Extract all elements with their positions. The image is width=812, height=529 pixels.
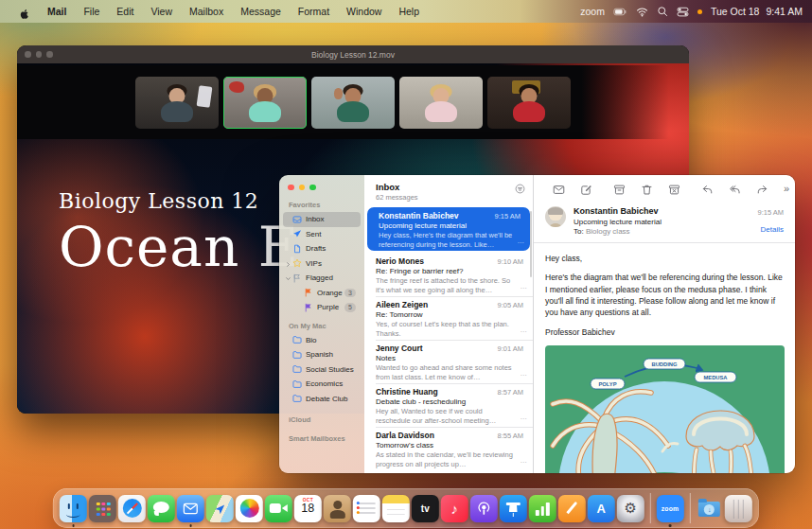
menu-edit[interactable]: Edit (108, 0, 142, 23)
dock-mail[interactable] (177, 495, 204, 522)
menu-format[interactable]: Format (290, 0, 338, 23)
dock-numbers[interactable] (529, 495, 556, 522)
participant-tile-3[interactable] (311, 77, 395, 129)
dock-downloads[interactable]: ↓ (696, 495, 723, 522)
calendar-day: 18 (301, 502, 314, 515)
email-preview: Hey all, Wanted to see if we could resch… (376, 407, 523, 426)
reply-icon[interactable] (694, 184, 721, 196)
email-sender: Konstantin Babichev (379, 211, 459, 220)
dock-system-settings[interactable]: ⚙ (617, 495, 644, 522)
sidebar-item-debate-club[interactable]: Debate Club (283, 392, 361, 407)
sidebar-item-vips[interactable]: VIPs (283, 256, 361, 272)
menu-file[interactable]: File (75, 0, 108, 23)
email-list-item[interactable]: Darla Davidson8:55 AM Tomorrow's class A… (364, 427, 533, 470)
dock-contacts[interactable] (324, 495, 351, 522)
battery-icon[interactable] (613, 5, 627, 19)
truncation-ellipsis: … (521, 413, 528, 421)
sidebar-item-label: Social Studies (306, 365, 354, 374)
jellyfish-lifecycle-diagram[interactable]: POLYP BUDDING MEDUSA (545, 345, 785, 473)
participant-tile-5[interactable] (487, 77, 571, 129)
dock-trash[interactable] (725, 495, 752, 522)
compose-icon[interactable] (573, 184, 600, 196)
email-list-item[interactable]: Nerio Mones9:10 AM Re: Fringe or barrier… (364, 253, 533, 296)
menu-window[interactable]: Window (338, 0, 390, 23)
close-button[interactable] (288, 185, 294, 191)
close-button[interactable] (25, 51, 31, 58)
participant-tile-4[interactable] (399, 77, 483, 129)
dock-launchpad[interactable] (89, 495, 116, 522)
menu-app-name[interactable]: Mail (39, 0, 75, 23)
menu-help[interactable]: Help (390, 0, 428, 23)
message-time: 9:15 AM (757, 208, 784, 217)
dock-pages[interactable] (558, 495, 586, 522)
email-list-item[interactable]: Aileen Zeigen9:05 AM Re: Tomorrow Yes, o… (364, 296, 533, 340)
dock-facetime[interactable] (265, 495, 292, 522)
email-list-item[interactable]: Christine Huang8:57 AM Debate club - res… (364, 383, 533, 427)
get-mail-icon[interactable] (545, 184, 573, 196)
menu-mailbox[interactable]: Mailbox (181, 0, 232, 23)
menu-view[interactable]: View (142, 0, 181, 23)
archive-icon[interactable] (606, 184, 633, 196)
apple-menu[interactable] (9, 3, 39, 20)
chevron-down-icon[interactable] (285, 273, 292, 282)
dock-tv[interactable]: tv (412, 495, 439, 522)
dock-finder[interactable] (60, 495, 87, 522)
more-toolbar-items-icon[interactable]: » (776, 183, 795, 196)
numbers-icon (529, 495, 556, 522)
details-link[interactable]: Details (757, 225, 784, 234)
dock-reminders[interactable] (353, 495, 380, 522)
sidebar-item-economics[interactable]: Economics (283, 377, 361, 392)
zoom-button[interactable] (309, 185, 316, 191)
control-center-icon[interactable] (677, 6, 689, 18)
sender-avatar[interactable] (545, 206, 566, 227)
menu-message[interactable]: Message (232, 0, 290, 23)
video-title-bar[interactable]: Biology Lesson 12.mov (17, 45, 689, 63)
sidebar-item-drafts[interactable]: Drafts (283, 241, 361, 256)
wifi-icon[interactable] (636, 6, 648, 18)
participant-tile-1[interactable] (135, 77, 219, 129)
sidebar-item-bio[interactable]: Bio (283, 333, 361, 348)
recording-indicator-dot (697, 9, 702, 14)
sidebar-item-flagged[interactable]: Flagged (283, 271, 361, 286)
sidebar-item-inbox[interactable]: Inbox (283, 212, 361, 227)
junk-icon[interactable] (661, 184, 688, 196)
dock-podcasts[interactable] (470, 495, 498, 522)
email-list-item[interactable]: Konstantin Babichev9:15 AM Upcoming lect… (367, 207, 530, 251)
sidebar-item-flag-purple[interactable]: Purple 5 (283, 300, 361, 315)
dock-zoom[interactable]: zoom (657, 495, 684, 522)
dock-photos[interactable] (236, 495, 263, 522)
zoom-app-icon: zoom (657, 495, 684, 522)
sidebar-item-flag-orange[interactable]: Orange 3 (283, 286, 361, 301)
email-subject: Re: Tomorrow (376, 310, 523, 319)
forward-icon[interactable] (749, 184, 776, 196)
dock-calendar[interactable]: OCT18 (294, 495, 322, 522)
minimize-button[interactable] (299, 185, 306, 191)
sidebar-section-smart-mailboxes[interactable]: Smart Mailboxes (279, 427, 364, 446)
folder-icon (292, 335, 302, 344)
reading-pane: » Konstantin Babichev Upcoming lecture m… (534, 175, 795, 473)
menu-bar-clock[interactable]: Tue Oct 18 9:41 AM (711, 6, 803, 17)
dock-notes[interactable] (382, 495, 410, 522)
sidebar-item-social-studies[interactable]: Social Studies (283, 362, 361, 378)
dock-safari[interactable] (118, 495, 146, 522)
dock-keynote[interactable] (500, 495, 527, 522)
sidebar-item-sent[interactable]: Sent (283, 227, 361, 242)
reply-all-icon[interactable] (721, 184, 749, 196)
spotlight-search-icon[interactable] (657, 6, 668, 17)
trash-icon[interactable] (633, 184, 661, 196)
zoom-status-item[interactable]: zoom (580, 6, 605, 17)
email-list-item[interactable]: Jenny Court9:01 AM Notes Wanted to go ah… (364, 340, 533, 383)
participant-tile-2-active-speaker[interactable] (223, 77, 307, 129)
sidebar-item-spanish[interactable]: Spanish (283, 347, 361, 362)
scrollbar[interactable] (530, 211, 533, 277)
sidebar-item-label: VIPs (306, 259, 322, 268)
zoom-button[interactable] (46, 51, 53, 58)
filter-icon[interactable] (515, 184, 525, 194)
chevron-right-icon[interactable] (285, 259, 292, 268)
minimize-button[interactable] (36, 51, 43, 58)
dock-maps[interactable] (206, 495, 234, 522)
sidebar-section-icloud[interactable]: iCloud (279, 406, 364, 427)
dock-messages[interactable] (148, 495, 175, 522)
dock-app-store[interactable]: A (588, 495, 615, 522)
dock-music[interactable]: ♪ (441, 495, 468, 522)
